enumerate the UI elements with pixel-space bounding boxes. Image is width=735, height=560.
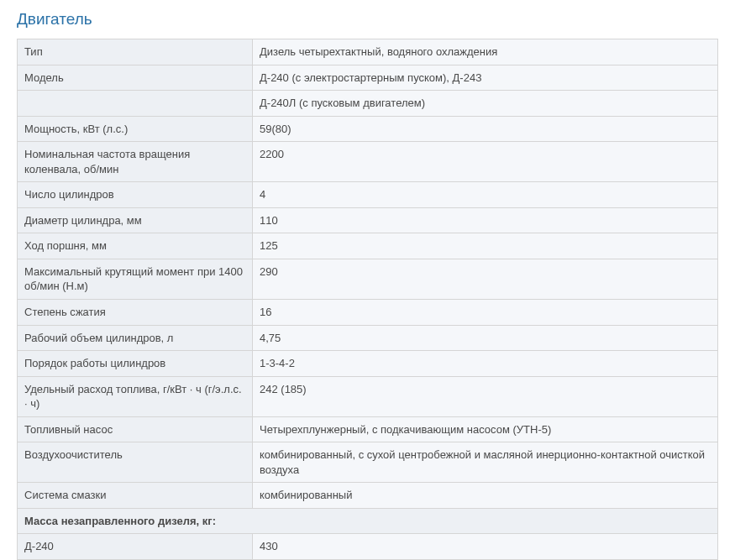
spec-label: Удельный расход топлива, г/кВт · ч (г/э.… [18, 376, 253, 416]
specs-table: ТипДизель четырехтактный, водяного охлаж… [17, 39, 718, 560]
spec-label [18, 91, 253, 117]
table-row: Д-240Л (с пусковым двигателем) [18, 91, 718, 117]
spec-label: Модель [18, 65, 253, 91]
table-row: Топливный насосЧетырехплунжерный, с подк… [18, 416, 718, 442]
table-row: Порядок работы цилиндров1-3-4-2 [18, 351, 718, 377]
table-row: Воздухоочистителькомбинированный, с сухо… [18, 442, 718, 483]
subheader-cell: Масса незаправленного дизеля, кг: [18, 508, 718, 534]
table-row: Удельный расход топлива, г/кВт · ч (г/э.… [18, 376, 718, 416]
spec-label: Число цилиндров [18, 182, 253, 208]
table-row: Рабочий объем цилиндров, л4,75 [18, 325, 718, 351]
table-row: Степень сжатия16 [18, 300, 718, 326]
spec-value: Д-240Л (с пусковым двигателем) [253, 91, 718, 117]
spec-value: Четырехплунжерный, с подкачивающим насос… [253, 416, 718, 442]
spec-label: Номинальная частота вращения коленвала, … [18, 142, 253, 182]
spec-value: Д-240 (с электростартерным пуском), Д-24… [253, 65, 718, 91]
spec-label: Д-240 [18, 534, 253, 560]
spec-value: 430 [253, 534, 718, 560]
spec-value: 110 [253, 207, 718, 233]
table-row: Число цилиндров4 [18, 182, 718, 208]
spec-label: Топливный насос [18, 416, 253, 442]
table-row: Диаметр цилиндра, мм110 [18, 207, 718, 233]
spec-label: Порядок работы цилиндров [18, 351, 253, 377]
spec-value: 59(80) [253, 116, 718, 142]
section-title: Двигатель [17, 10, 718, 29]
spec-label: Мощность, кВт (л.с.) [18, 116, 253, 142]
table-row: Номинальная частота вращения коленвала, … [18, 142, 718, 182]
spec-label: Рабочий объем цилиндров, л [18, 325, 253, 351]
spec-value: 242 (185) [253, 376, 718, 416]
spec-value: комбинированный, с сухой центробежной и … [253, 442, 718, 483]
table-row: МодельД-240 (с электростартерным пуском)… [18, 65, 718, 91]
spec-label: Воздухоочиститель [18, 442, 253, 483]
spec-value: 1-3-4-2 [253, 351, 718, 377]
spec-label: Степень сжатия [18, 300, 253, 326]
spec-value: комбинированный [253, 483, 718, 509]
table-row: Д-240430 [18, 534, 718, 560]
spec-value: 125 [253, 233, 718, 259]
table-subheader-row: Масса незаправленного дизеля, кг: [18, 508, 718, 534]
spec-value: 2200 [253, 142, 718, 182]
spec-value: 4 [253, 182, 718, 208]
spec-label: Максимальный крутящий момент при 1400 об… [18, 259, 253, 299]
table-row: Максимальный крутящий момент при 1400 об… [18, 259, 718, 299]
table-row: Система смазкикомбинированный [18, 483, 718, 509]
spec-value: 16 [253, 300, 718, 326]
spec-value: Дизель четырехтактный, водяного охлажден… [253, 39, 718, 65]
spec-value: 290 [253, 259, 718, 299]
spec-value: 4,75 [253, 325, 718, 351]
spec-label: Диаметр цилиндра, мм [18, 207, 253, 233]
table-row: Мощность, кВт (л.с.)59(80) [18, 116, 718, 142]
table-row: Ход поршня, мм125 [18, 233, 718, 259]
spec-label: Ход поршня, мм [18, 233, 253, 259]
spec-label: Тип [18, 39, 253, 65]
spec-label: Система смазки [18, 483, 253, 509]
table-row: ТипДизель четырехтактный, водяного охлаж… [18, 39, 718, 65]
